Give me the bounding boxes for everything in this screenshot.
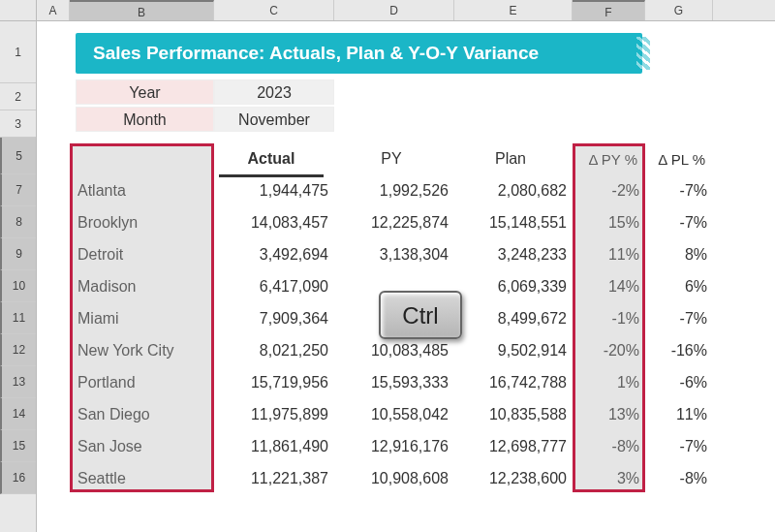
- cell-delta-py[interactable]: 1%: [573, 374, 645, 391]
- cell-delta-pl[interactable]: -7%: [645, 310, 713, 328]
- cell-py[interactable]: 12,225,874: [334, 214, 454, 232]
- cell-city[interactable]: San Diego: [70, 406, 214, 423]
- table-row: San Jose11,861,49012,916,17612,698,777-8…: [70, 430, 775, 462]
- cell-plan[interactable]: 12,698,777: [454, 438, 573, 455]
- cell-delta-py[interactable]: -2%: [573, 182, 645, 200]
- row-header-13[interactable]: 13: [0, 366, 36, 398]
- cell-plan[interactable]: 15,148,551: [454, 214, 573, 232]
- cell-delta-pl[interactable]: -7%: [645, 438, 713, 455]
- col-header-D[interactable]: D: [334, 0, 454, 20]
- param-year-value[interactable]: 2023: [214, 79, 334, 105]
- row-header-5[interactable]: 5: [0, 138, 36, 174]
- cell-plan[interactable]: 3,248,233: [454, 246, 573, 264]
- param-month-value[interactable]: November: [214, 107, 334, 132]
- cell-plan[interactable]: 9,502,914: [454, 342, 573, 360]
- cell-actual[interactable]: 7,909,364: [214, 310, 334, 328]
- cell-delta-py[interactable]: -8%: [573, 438, 645, 455]
- param-year-row: Year 2023: [76, 79, 334, 105]
- ctrl-key-overlay: Ctrl: [379, 291, 462, 339]
- cell-city[interactable]: Madison: [70, 278, 214, 296]
- cell-actual[interactable]: 8,021,250: [214, 342, 334, 360]
- row-header-1[interactable]: 1: [0, 21, 36, 83]
- th-actual[interactable]: Actual: [214, 150, 334, 168]
- cell-actual[interactable]: 11,861,490: [214, 438, 334, 455]
- cell-city[interactable]: Atlanta: [70, 182, 214, 200]
- cell-plan[interactable]: 8,499,672: [454, 310, 573, 328]
- row-headers: 1 2 3 5 7 8 9 10 11 12 13 14 15 16: [0, 21, 37, 532]
- row-header-15[interactable]: 15: [0, 430, 36, 462]
- th-delta-py[interactable]: Δ PY %: [573, 151, 645, 168]
- th-plan[interactable]: Plan: [454, 150, 573, 168]
- cell-actual[interactable]: 11,221,387: [214, 470, 334, 487]
- cell-delta-py[interactable]: 14%: [573, 278, 645, 296]
- cell-delta-py[interactable]: 15%: [573, 214, 645, 232]
- row-header-9[interactable]: 9: [0, 238, 36, 270]
- cell-actual[interactable]: 1,944,475: [214, 182, 334, 200]
- cell-actual[interactable]: 3,492,694: [214, 246, 334, 264]
- col-header-C[interactable]: C: [214, 0, 334, 20]
- column-headers: A B C D E F G: [0, 0, 775, 21]
- cell-plan[interactable]: 2,080,682: [454, 182, 573, 200]
- cell-py[interactable]: 3,138,304: [334, 246, 454, 264]
- cell-delta-py[interactable]: 3%: [573, 470, 645, 487]
- col-header-G[interactable]: G: [645, 0, 713, 20]
- cell-plan[interactable]: 16,742,788: [454, 374, 573, 391]
- cell-delta-pl[interactable]: 11%: [645, 406, 713, 423]
- cell-delta-pl[interactable]: -16%: [645, 342, 713, 360]
- th-delta-pl[interactable]: Δ PL %: [645, 151, 713, 168]
- title-text: Sales Performance: Actuals, Plan & Y-O-Y…: [93, 43, 539, 64]
- cell-py[interactable]: 15,593,333: [334, 374, 454, 391]
- cell-delta-pl[interactable]: 8%: [645, 246, 713, 264]
- param-month-row: Month November: [76, 107, 334, 132]
- cell-actual[interactable]: 15,719,956: [214, 374, 334, 391]
- col-header-E[interactable]: E: [454, 0, 573, 20]
- table-row: Atlanta1,944,4751,992,5262,080,682-2%-7%: [70, 174, 775, 206]
- col-header-B[interactable]: B: [70, 0, 214, 20]
- select-all-corner[interactable]: [0, 0, 37, 20]
- cell-city[interactable]: Detroit: [70, 246, 214, 264]
- row-header-2[interactable]: 2: [0, 83, 36, 110]
- spreadsheet-grid: A B C D E F G 1 2 3 5 7 8 9 10 11 12 13 …: [0, 0, 775, 532]
- cell-plan[interactable]: 10,835,588: [454, 406, 573, 423]
- cell-actual[interactable]: 11,975,899: [214, 406, 334, 423]
- cell-delta-pl[interactable]: -8%: [645, 470, 713, 487]
- cell-py[interactable]: 10,558,042: [334, 406, 454, 423]
- cell-delta-py[interactable]: 11%: [573, 246, 645, 264]
- row-header-7[interactable]: 7: [0, 174, 36, 206]
- cell-delta-py[interactable]: -20%: [573, 342, 645, 360]
- param-year-label: Year: [76, 79, 214, 105]
- row-header-3[interactable]: 3: [0, 110, 36, 138]
- sheet-content[interactable]: Sales Performance: Actuals, Plan & Y-O-Y…: [37, 21, 775, 532]
- row-header-12[interactable]: 12: [0, 334, 36, 366]
- cell-delta-py[interactable]: -1%: [573, 310, 645, 328]
- cell-delta-py[interactable]: 13%: [573, 406, 645, 423]
- row-header-11[interactable]: 11: [0, 302, 36, 334]
- cell-city[interactable]: Seattle: [70, 470, 214, 487]
- actual-underline: [219, 174, 324, 177]
- cell-actual[interactable]: 14,083,457: [214, 214, 334, 232]
- cell-delta-pl[interactable]: -7%: [645, 182, 713, 200]
- col-header-F[interactable]: F: [573, 0, 645, 20]
- row-header-14[interactable]: 14: [0, 398, 36, 430]
- cell-py[interactable]: 1,992,526: [334, 182, 454, 200]
- col-header-A[interactable]: A: [37, 0, 70, 20]
- cell-plan[interactable]: 12,238,600: [454, 470, 573, 487]
- cell-city[interactable]: San Jose: [70, 438, 214, 455]
- cell-plan[interactable]: 6,069,339: [454, 278, 573, 296]
- row-header-10[interactable]: 10: [0, 270, 36, 302]
- cell-delta-pl[interactable]: -7%: [645, 214, 713, 232]
- cell-py[interactable]: 12,916,176: [334, 438, 454, 455]
- cell-city[interactable]: Brooklyn: [70, 214, 214, 232]
- cell-delta-pl[interactable]: -6%: [645, 374, 713, 391]
- ctrl-key-label: Ctrl: [402, 302, 438, 329]
- cell-city[interactable]: New York City: [70, 342, 214, 360]
- row-header-8[interactable]: 8: [0, 206, 36, 238]
- cell-actual[interactable]: 6,417,090: [214, 278, 334, 296]
- row-header-16[interactable]: 16: [0, 462, 36, 494]
- th-py[interactable]: PY: [334, 150, 454, 168]
- cell-city[interactable]: Miami: [70, 310, 214, 328]
- cell-py[interactable]: 10,083,485: [334, 342, 454, 360]
- cell-city[interactable]: Portland: [70, 374, 214, 391]
- cell-delta-pl[interactable]: 6%: [645, 278, 713, 296]
- cell-py[interactable]: 10,908,608: [334, 470, 454, 487]
